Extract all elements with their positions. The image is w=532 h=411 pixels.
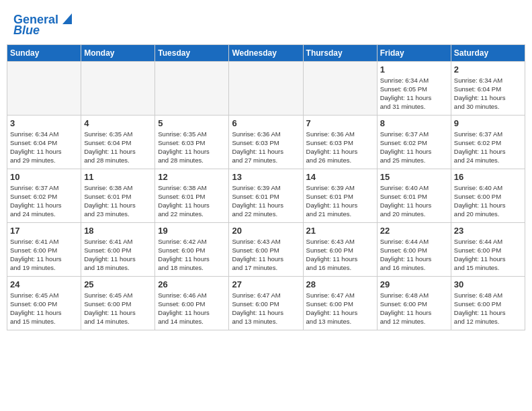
- day-info: Sunrise: 6:40 AM Sunset: 6:01 PM Dayligh…: [380, 183, 448, 219]
- calendar-cell: 25Sunrise: 6:45 AM Sunset: 6:00 PM Dayli…: [81, 276, 155, 330]
- calendar-cell: 15Sunrise: 6:40 AM Sunset: 6:01 PM Dayli…: [377, 169, 451, 222]
- day-info: Sunrise: 6:41 AM Sunset: 6:00 PM Dayligh…: [10, 237, 78, 273]
- calendar-cell: 2Sunrise: 6:34 AM Sunset: 6:04 PM Daylig…: [451, 61, 525, 115]
- weekday-header: Saturday: [451, 44, 525, 61]
- day-info: Sunrise: 6:34 AM Sunset: 6:04 PM Dayligh…: [10, 130, 78, 165]
- calendar-week-row: 3Sunrise: 6:34 AM Sunset: 6:04 PM Daylig…: [7, 115, 525, 169]
- page-header: General Blue: [7, 7, 525, 41]
- day-info: Sunrise: 6:47 AM Sunset: 6:00 PM Dayligh…: [232, 291, 300, 326]
- day-info: Sunrise: 6:39 AM Sunset: 6:01 PM Dayligh…: [232, 183, 300, 219]
- day-info: Sunrise: 6:38 AM Sunset: 6:01 PM Dayligh…: [158, 183, 226, 219]
- calendar-cell: 21Sunrise: 6:43 AM Sunset: 6:00 PM Dayli…: [303, 222, 377, 276]
- day-info: Sunrise: 6:34 AM Sunset: 6:05 PM Dayligh…: [380, 76, 448, 111]
- day-info: Sunrise: 6:37 AM Sunset: 6:02 PM Dayligh…: [10, 183, 78, 219]
- calendar-cell: [7, 61, 81, 115]
- calendar-cell: 23Sunrise: 6:44 AM Sunset: 6:00 PM Dayli…: [451, 222, 525, 276]
- calendar-cell: 28Sunrise: 6:47 AM Sunset: 6:00 PM Dayli…: [303, 276, 377, 330]
- calendar-cell: 3Sunrise: 6:34 AM Sunset: 6:04 PM Daylig…: [7, 115, 81, 169]
- calendar-cell: 1Sunrise: 6:34 AM Sunset: 6:05 PM Daylig…: [377, 61, 451, 115]
- calendar-cell: 4Sunrise: 6:35 AM Sunset: 6:04 PM Daylig…: [81, 115, 155, 169]
- day-info: Sunrise: 6:43 AM Sunset: 6:00 PM Dayligh…: [306, 237, 374, 273]
- calendar-cell: 7Sunrise: 6:36 AM Sunset: 6:03 PM Daylig…: [303, 115, 377, 169]
- day-info: Sunrise: 6:35 AM Sunset: 6:03 PM Dayligh…: [158, 130, 226, 165]
- calendar-cell: 20Sunrise: 6:43 AM Sunset: 6:00 PM Dayli…: [229, 222, 303, 276]
- day-info: Sunrise: 6:45 AM Sunset: 6:00 PM Dayligh…: [84, 291, 152, 326]
- day-number: 23: [454, 226, 522, 236]
- day-number: 16: [454, 172, 522, 182]
- day-number: 12: [158, 172, 226, 182]
- day-number: 15: [380, 172, 448, 182]
- day-info: Sunrise: 6:35 AM Sunset: 6:04 PM Dayligh…: [84, 130, 152, 165]
- logo-triangle-icon: [60, 13, 72, 26]
- day-number: 4: [84, 118, 152, 128]
- day-info: Sunrise: 6:46 AM Sunset: 6:00 PM Dayligh…: [158, 291, 226, 326]
- day-number: 2: [454, 64, 522, 75]
- day-info: Sunrise: 6:42 AM Sunset: 6:00 PM Dayligh…: [158, 237, 226, 273]
- day-number: 27: [232, 279, 300, 289]
- calendar-cell: 26Sunrise: 6:46 AM Sunset: 6:00 PM Dayli…: [155, 276, 229, 330]
- day-number: 18: [84, 226, 152, 236]
- day-info: Sunrise: 6:38 AM Sunset: 6:01 PM Dayligh…: [84, 183, 152, 219]
- calendar-cell: 12Sunrise: 6:38 AM Sunset: 6:01 PM Dayli…: [155, 169, 229, 222]
- weekday-header: Thursday: [303, 44, 377, 61]
- calendar-cell: 8Sunrise: 6:37 AM Sunset: 6:02 PM Daylig…: [377, 115, 451, 169]
- day-number: 1: [380, 64, 448, 75]
- day-info: Sunrise: 6:48 AM Sunset: 6:00 PM Dayligh…: [454, 291, 522, 326]
- day-number: 10: [10, 172, 78, 182]
- svg-marker-0: [62, 13, 72, 24]
- day-number: 5: [158, 118, 226, 128]
- day-number: 25: [84, 279, 152, 289]
- weekday-header-row: SundayMondayTuesdayWednesdayThursdayFrid…: [7, 44, 525, 61]
- calendar-cell: 19Sunrise: 6:42 AM Sunset: 6:00 PM Dayli…: [155, 222, 229, 276]
- calendar-cell: 5Sunrise: 6:35 AM Sunset: 6:03 PM Daylig…: [155, 115, 229, 169]
- day-number: 17: [10, 226, 78, 236]
- day-info: Sunrise: 6:36 AM Sunset: 6:03 PM Dayligh…: [232, 130, 300, 165]
- weekday-header: Wednesday: [229, 44, 303, 61]
- calendar-cell: 22Sunrise: 6:44 AM Sunset: 6:00 PM Dayli…: [377, 222, 451, 276]
- day-info: Sunrise: 6:47 AM Sunset: 6:00 PM Dayligh…: [306, 291, 374, 326]
- day-number: 22: [380, 226, 448, 236]
- day-info: Sunrise: 6:44 AM Sunset: 6:00 PM Dayligh…: [454, 237, 522, 273]
- calendar-week-row: 17Sunrise: 6:41 AM Sunset: 6:00 PM Dayli…: [7, 222, 525, 276]
- calendar-week-row: 1Sunrise: 6:34 AM Sunset: 6:05 PM Daylig…: [7, 61, 525, 115]
- day-number: 24: [10, 279, 78, 289]
- day-number: 21: [306, 226, 374, 236]
- calendar-cell: 13Sunrise: 6:39 AM Sunset: 6:01 PM Dayli…: [229, 169, 303, 222]
- calendar-cell: 16Sunrise: 6:40 AM Sunset: 6:00 PM Dayli…: [451, 169, 525, 222]
- calendar-cell: 10Sunrise: 6:37 AM Sunset: 6:02 PM Dayli…: [7, 169, 81, 222]
- calendar-cell: 9Sunrise: 6:37 AM Sunset: 6:02 PM Daylig…: [451, 115, 525, 169]
- day-info: Sunrise: 6:37 AM Sunset: 6:02 PM Dayligh…: [380, 130, 448, 165]
- logo-blue-text: Blue: [13, 24, 40, 38]
- day-info: Sunrise: 6:44 AM Sunset: 6:00 PM Dayligh…: [380, 237, 448, 273]
- calendar-cell: 24Sunrise: 6:45 AM Sunset: 6:00 PM Dayli…: [7, 276, 81, 330]
- day-info: Sunrise: 6:41 AM Sunset: 6:00 PM Dayligh…: [84, 237, 152, 273]
- calendar-cell: 29Sunrise: 6:48 AM Sunset: 6:00 PM Dayli…: [377, 276, 451, 330]
- day-info: Sunrise: 6:37 AM Sunset: 6:02 PM Dayligh…: [454, 130, 522, 165]
- calendar-cell: 30Sunrise: 6:48 AM Sunset: 6:00 PM Dayli…: [451, 276, 525, 330]
- day-number: 26: [158, 279, 226, 289]
- calendar-cell: [81, 61, 155, 115]
- day-number: 6: [232, 118, 300, 128]
- calendar-cell: 11Sunrise: 6:38 AM Sunset: 6:01 PM Dayli…: [81, 169, 155, 222]
- day-info: Sunrise: 6:36 AM Sunset: 6:03 PM Dayligh…: [306, 130, 374, 165]
- calendar-cell: [155, 61, 229, 115]
- day-number: 8: [380, 118, 448, 128]
- day-info: Sunrise: 6:39 AM Sunset: 6:01 PM Dayligh…: [306, 183, 374, 219]
- day-info: Sunrise: 6:34 AM Sunset: 6:04 PM Dayligh…: [454, 76, 522, 111]
- day-number: 13: [232, 172, 300, 182]
- weekday-header: Tuesday: [155, 44, 229, 61]
- calendar-cell: 18Sunrise: 6:41 AM Sunset: 6:00 PM Dayli…: [81, 222, 155, 276]
- weekday-header: Monday: [81, 44, 155, 61]
- day-number: 3: [10, 118, 78, 128]
- day-number: 28: [306, 279, 374, 289]
- calendar-cell: [303, 61, 377, 115]
- calendar-cell: 27Sunrise: 6:47 AM Sunset: 6:00 PM Dayli…: [229, 276, 303, 330]
- calendar-table: SundayMondayTuesdayWednesdayThursdayFrid…: [7, 44, 525, 330]
- day-number: 19: [158, 226, 226, 236]
- day-info: Sunrise: 6:40 AM Sunset: 6:00 PM Dayligh…: [454, 183, 522, 219]
- weekday-header: Sunday: [7, 44, 81, 61]
- calendar-cell: 17Sunrise: 6:41 AM Sunset: 6:00 PM Dayli…: [7, 222, 81, 276]
- day-number: 14: [306, 172, 374, 182]
- weekday-header: Friday: [377, 44, 451, 61]
- calendar-cell: 14Sunrise: 6:39 AM Sunset: 6:01 PM Dayli…: [303, 169, 377, 222]
